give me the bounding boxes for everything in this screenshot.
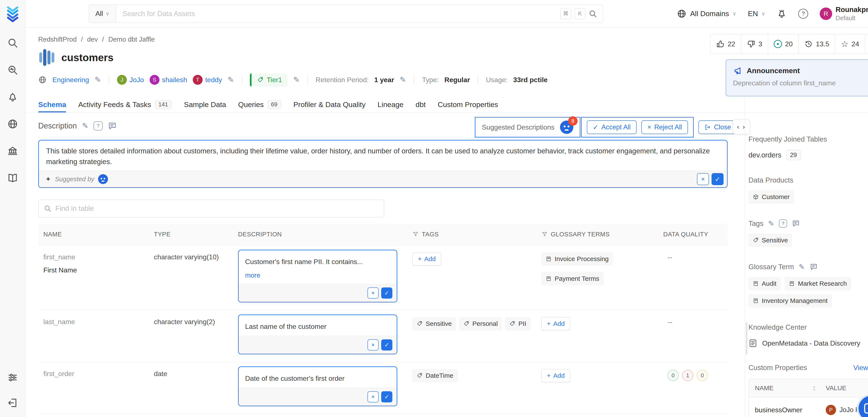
announcement-card[interactable]: Announcement Deprecation of column first…	[726, 59, 868, 96]
search-scope-dropdown[interactable]: All ∨	[89, 5, 116, 23]
owner-teddy[interactable]: T teddy	[193, 75, 222, 85]
owner-name[interactable]: JoJo	[129, 76, 144, 84]
glossary-chip[interactable]: Invoice Processing	[541, 252, 613, 265]
knowledge-article[interactable]: OpenMetadata - Data Discovery	[748, 339, 868, 348]
tab-schema[interactable]: Schema	[38, 96, 66, 113]
logout-icon[interactable]	[7, 397, 18, 409]
domain-link[interactable]: Engineering	[52, 76, 89, 84]
app-logo[interactable]	[6, 6, 20, 25]
language-selector[interactable]: EN ∨	[748, 9, 765, 18]
tab-lineage[interactable]: Lineage	[377, 96, 404, 113]
data-quality-cell: --	[663, 315, 727, 354]
tab-profiler[interactable]: Profiler & Data Quality	[293, 96, 366, 113]
owner-shailesh[interactable]: S shailesh	[150, 75, 187, 85]
filter-icon[interactable]	[412, 231, 419, 237]
govern-icon[interactable]	[7, 146, 18, 157]
domains-icon[interactable]	[7, 119, 18, 130]
help-button[interactable]: ?	[798, 9, 808, 19]
comment-icon[interactable]	[810, 263, 818, 271]
find-in-table-input[interactable]	[55, 204, 379, 213]
reject-suggestion-button[interactable]: ×	[697, 173, 709, 185]
tag-chip[interactable]: Sensitive	[748, 234, 792, 247]
version-history-button[interactable]: 13.5	[799, 34, 835, 54]
tab-activity-feeds[interactable]: Activity Feeds & Tasks141	[78, 96, 172, 113]
explore-icon[interactable]	[7, 37, 18, 49]
global-search[interactable]: All ∨ ⌘ K	[89, 4, 603, 23]
reject-suggestion-button[interactable]: ×	[368, 391, 379, 403]
observability-icon[interactable]	[7, 64, 18, 75]
collapse-panel-button[interactable]: ‹ ›	[733, 119, 750, 134]
add-tag-button[interactable]: +Add	[412, 252, 441, 265]
tab-dbt[interactable]: dbt	[415, 96, 426, 113]
col-tags[interactable]: TAGS	[412, 231, 541, 238]
tests-aborted-badge[interactable]: 0	[697, 370, 708, 381]
col-glossary-terms[interactable]: GLOSSARY TERMS	[541, 231, 663, 238]
column-name[interactable]: first_order	[38, 366, 154, 406]
edit-description-icon[interactable]: ✎	[82, 122, 88, 130]
breadcrumb-service[interactable]: RedshiftProd	[38, 36, 76, 43]
avatar[interactable]: R	[820, 7, 832, 20]
request-description-icon[interactable]: ?	[94, 121, 102, 130]
search-input[interactable]	[116, 10, 560, 18]
joined-table-name[interactable]: dev.orders	[748, 151, 781, 159]
owner-jojo[interactable]: J JoJo	[117, 75, 144, 85]
alerts-icon[interactable]	[7, 91, 18, 102]
accept-suggestion-button[interactable]: ✓	[381, 287, 392, 298]
settings-icon[interactable]	[7, 372, 18, 383]
add-glossary-term-button[interactable]: +Add	[541, 317, 570, 330]
search-icon[interactable]	[589, 9, 597, 18]
tab-sample-data[interactable]: Sample Data	[184, 96, 226, 113]
share-button[interactable]	[865, 34, 868, 54]
comment-icon[interactable]	[108, 121, 117, 130]
tag-chip[interactable]: Sensitive	[412, 317, 456, 330]
edit-tags-icon[interactable]: ✎	[768, 220, 774, 227]
tests-passed-badge[interactable]: 0	[668, 370, 679, 381]
domains-selector[interactable]: All Domains ∨	[677, 9, 736, 19]
reject-all-button[interactable]: × Reject All	[641, 120, 688, 134]
add-glossary-term-button[interactable]: +Add	[541, 369, 570, 382]
reject-suggestion-button[interactable]: ×	[368, 339, 379, 351]
more-link[interactable]: more	[245, 270, 390, 280]
edit-owners-icon[interactable]: ✎	[227, 76, 234, 84]
profile-score[interactable]: 20	[768, 34, 799, 54]
reject-suggestion-button[interactable]: ×	[368, 287, 379, 298]
breadcrumb-schema[interactable]: Demo dbt Jaffle	[108, 36, 155, 43]
downvote-button[interactable]: 3	[741, 34, 768, 54]
tag-chip[interactable]: PII	[505, 317, 531, 330]
column-name[interactable]: last_name	[38, 315, 154, 354]
owner-name[interactable]: shailesh	[162, 76, 187, 84]
glossary-chip[interactable]: Audit	[748, 277, 781, 290]
edit-tier-icon[interactable]: ✎	[293, 76, 300, 84]
request-tags-icon[interactable]: ?	[779, 219, 787, 228]
user-menu[interactable]: R Rounakpreet.d Default	[820, 6, 868, 22]
upvote-button[interactable]: 22	[710, 34, 741, 54]
joined-table-item[interactable]: dev.orders 29	[748, 150, 868, 160]
tab-queries[interactable]: Queries69	[238, 96, 281, 113]
comment-icon[interactable]	[792, 219, 800, 228]
tab-custom-properties[interactable]: Custom Properties	[438, 96, 498, 113]
sort-icon[interactable]: ▲▼	[812, 385, 816, 391]
view-all-link[interactable]: View All	[854, 364, 868, 372]
edit-domain-icon[interactable]: ✎	[95, 76, 101, 84]
accept-all-button[interactable]: ✓ Accept All	[587, 120, 637, 134]
glossary-icon[interactable]	[7, 172, 18, 184]
edit-retention-icon[interactable]: ✎	[400, 76, 406, 84]
column-name[interactable]: first_name First Name	[38, 250, 154, 302]
notifications-button[interactable]	[777, 9, 787, 19]
glossary-chip[interactable]: Payment Terms	[541, 272, 603, 285]
owner-name[interactable]: teddy	[205, 76, 222, 84]
follow-button[interactable]: ☆ 24	[835, 34, 865, 54]
edit-glossary-icon[interactable]: ✎	[799, 263, 805, 270]
accept-suggestion-button[interactable]: ✓	[712, 173, 723, 185]
glossary-chip[interactable]: Inventory Management	[748, 294, 832, 308]
tag-chip[interactable]: DateTime	[412, 369, 458, 382]
tag-chip[interactable]: Personal	[459, 317, 502, 330]
close-suggestions-button[interactable]: Close	[699, 120, 737, 134]
tests-failed-badge[interactable]: 1	[682, 370, 693, 381]
glossary-chip[interactable]: Market Research	[784, 277, 851, 290]
data-product-chip[interactable]: Customer	[748, 190, 794, 203]
filter-icon[interactable]	[541, 231, 548, 237]
breadcrumb-database[interactable]: dev	[87, 36, 98, 43]
accept-suggestion-button[interactable]: ✓	[381, 391, 392, 403]
accept-suggestion-button[interactable]: ✓	[381, 339, 392, 351]
